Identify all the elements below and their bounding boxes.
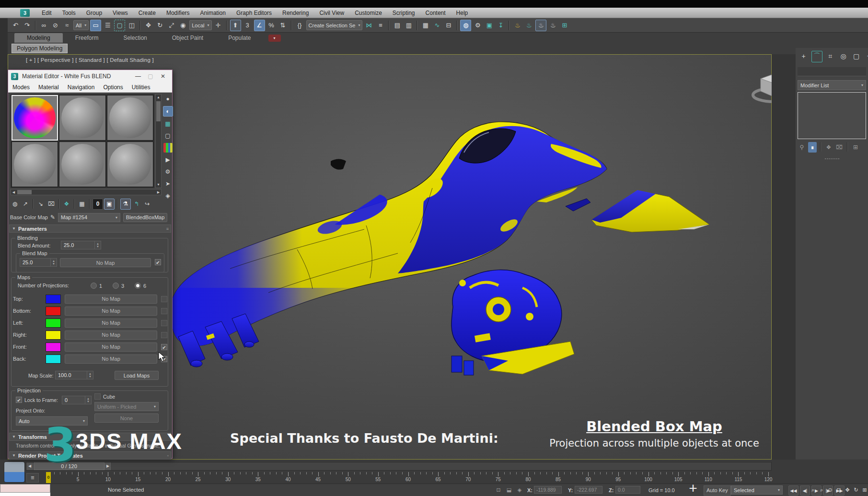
pan-view-icon[interactable]: ✥ <box>844 485 851 495</box>
show-end-result-stack-icon[interactable]: ∎ <box>808 142 817 153</box>
front-map-button[interactable]: No Map <box>65 342 157 352</box>
left-map-checkbox[interactable] <box>161 320 167 326</box>
backlight-icon[interactable]: ◐ <box>163 106 173 117</box>
blend-map-amount-spinner[interactable]: 25.0 ▲▼ <box>20 258 57 267</box>
scroll-up-icon[interactable]: ▲ <box>156 94 161 100</box>
scrollbar-thumb[interactable] <box>156 101 161 121</box>
front-map-checkbox[interactable]: ✔ <box>161 344 167 350</box>
selection-filter-dropdown[interactable]: All▾ <box>73 20 89 30</box>
top-map-button[interactable]: No Map <box>65 295 157 304</box>
z-coordinate-field[interactable]: 0.0 <box>615 486 640 494</box>
snaps-toggle-3d-icon[interactable]: 3 <box>243 20 253 31</box>
map-type-button[interactable]: BlendedBoxMap <box>123 213 167 222</box>
spinner-arrows-icon[interactable]: ▲▼ <box>94 241 101 249</box>
select-and-scale-icon[interactable]: ⤢ <box>166 20 176 31</box>
render-in-cloud-icon[interactable]: ♨ <box>524 20 534 31</box>
sample-tiling-icon[interactable]: ▢ <box>163 131 173 141</box>
ribbon-minimize-dropdown[interactable]: ▾ <box>268 35 281 42</box>
lock-to-frame-checkbox[interactable]: ✔ <box>16 397 22 403</box>
ribbon-tab-freeform[interactable]: Freeform <box>63 33 111 43</box>
sample-slot[interactable] <box>12 142 58 187</box>
parameters-rollout[interactable]: ▼ Parameters ≡ <box>9 224 171 233</box>
angle-snap-toggle-icon[interactable]: ∠ <box>254 20 265 31</box>
sample-type-icon[interactable]: ● <box>163 94 173 104</box>
viewport-layout-grid-icon[interactable]: ⊞ <box>559 20 569 31</box>
rectangular-selection-region-icon[interactable]: ▢ <box>114 20 125 31</box>
align-icon[interactable]: ≡ <box>375 20 385 31</box>
spinner-snap-toggle-icon[interactable]: ⇅ <box>278 20 288 31</box>
zoom-extents-icon[interactable]: ⊙ <box>826 485 834 495</box>
maxscript-listener-white[interactable] <box>0 493 50 496</box>
scroll-right-icon[interactable]: ▶ <box>156 189 161 195</box>
zoom-all-icon[interactable]: ⌕ <box>818 485 825 495</box>
selection-lock-toggle-icon[interactable]: ⬓ <box>505 485 513 494</box>
make-preview-icon[interactable]: ▶ <box>163 155 173 165</box>
menu-group[interactable]: Group <box>86 10 102 16</box>
undo-icon[interactable]: ↶ <box>11 20 21 31</box>
motion-tab-icon[interactable]: ◎ <box>838 51 848 61</box>
transform-gizmo-toggle-icon[interactable]: ⊡ <box>495 485 502 494</box>
pin-stack-icon[interactable]: ⚲ <box>798 142 806 153</box>
render-production-icon[interactable]: ♨ <box>512 20 522 31</box>
material-options-icon[interactable]: ⚙ <box>163 167 173 177</box>
show-end-result-icon[interactable]: ⚗ <box>120 199 131 210</box>
sample-slot[interactable] <box>107 142 153 187</box>
lock-frame-spinner[interactable]: 0 ▲▼ <box>62 396 92 404</box>
modifier-list-dropdown[interactable]: Modifier List▾ <box>798 80 866 90</box>
window-crossing-toggle-icon[interactable]: ◫ <box>127 20 137 31</box>
right-map-button[interactable]: No Map <box>65 331 157 340</box>
rollout-menu-icon[interactable]: ≡ <box>166 226 169 231</box>
panel-divider[interactable] <box>825 158 839 159</box>
render-setup-icon[interactable]: ⚙ <box>473 20 483 31</box>
select-and-move-icon[interactable]: ✥ <box>143 20 153 31</box>
go-to-start-icon[interactable]: ◀◀ <box>788 485 799 496</box>
load-maps-button[interactable]: Load Maps <box>115 371 159 380</box>
toggle-layer-explorer-icon[interactable]: ▥ <box>404 20 414 31</box>
get-material-icon[interactable]: ◍ <box>10 199 20 209</box>
front-color-swatch[interactable] <box>46 342 61 352</box>
rendered-frame-window-icon[interactable]: ▣ <box>484 20 494 31</box>
slots-horizontal-scrollbar[interactable]: ◀ ▶ <box>11 189 162 195</box>
ribbon-tab-selection[interactable]: Selection <box>111 33 159 43</box>
set-key-button[interactable]: + <box>684 481 702 496</box>
menu-edit[interactable]: Edit <box>42 10 52 16</box>
edit-named-selection-sets-icon[interactable]: {} <box>295 20 305 31</box>
top-color-swatch[interactable] <box>46 295 61 304</box>
show-in-viewport-icon[interactable]: ▣ <box>104 199 115 210</box>
reference-coordinate-dropdown[interactable]: Local▾ <box>189 20 211 30</box>
top-map-checkbox[interactable] <box>161 296 167 302</box>
toggle-scene-explorer-icon[interactable]: ▤ <box>392 20 402 31</box>
sample-slot[interactable] <box>107 95 153 141</box>
schematic-view-icon[interactable]: ⊟ <box>443 20 453 31</box>
back-map-button[interactable]: No Map <box>65 354 157 364</box>
select-and-manipulate-icon[interactable]: ⬆ <box>230 20 241 31</box>
material-editor-icon[interactable]: ◍ <box>460 20 471 31</box>
time-slider-track[interactable]: ◀ 0 / 120 ▶ <box>26 462 772 471</box>
bottom-map-button[interactable]: No Map <box>65 307 157 316</box>
me-menu-options[interactable]: Options <box>103 84 123 91</box>
select-and-link-icon[interactable]: ∞ <box>39 20 49 31</box>
menu-content[interactable]: Content <box>426 10 446 16</box>
ribbon-tab-object-paint[interactable]: Object Paint <box>160 33 216 43</box>
select-and-place-icon[interactable]: ◉ <box>178 20 188 31</box>
zoom-icon[interactable]: ⌕ <box>809 485 817 495</box>
configure-modifier-sets-icon[interactable]: ⊞ <box>851 142 860 153</box>
use-pivot-point-icon[interactable]: ✛ <box>213 20 223 31</box>
menu-modifiers[interactable]: Modifiers <box>166 10 190 16</box>
percent-snap-toggle-icon[interactable]: % <box>266 20 277 31</box>
select-by-material-icon[interactable]: ➤ <box>163 179 173 189</box>
utilities-tab-icon[interactable]: ✦ <box>864 51 868 61</box>
spinner-arrows-icon[interactable]: ▲▼ <box>50 259 57 266</box>
toggle-ribbon-icon[interactable]: ▦ <box>420 20 430 31</box>
redo-icon[interactable]: ↷ <box>22 20 32 31</box>
sample-slot-active[interactable] <box>12 95 58 141</box>
assign-to-selection-icon[interactable]: ↘ <box>36 199 46 209</box>
background-icon[interactable]: ▦ <box>163 119 173 129</box>
create-tab-icon[interactable]: + <box>799 51 809 61</box>
3dsmax-logo-icon[interactable]: 3 <box>20 9 30 17</box>
ribbon-tab-modeling[interactable]: Modeling <box>14 33 63 43</box>
reset-map-icon[interactable]: ⌧ <box>46 199 56 209</box>
menu-customize[interactable]: Customize <box>355 10 382 16</box>
remove-modifier-icon[interactable]: ⌧ <box>835 142 844 153</box>
unlink-selection-icon[interactable]: ⊘ <box>50 20 60 31</box>
